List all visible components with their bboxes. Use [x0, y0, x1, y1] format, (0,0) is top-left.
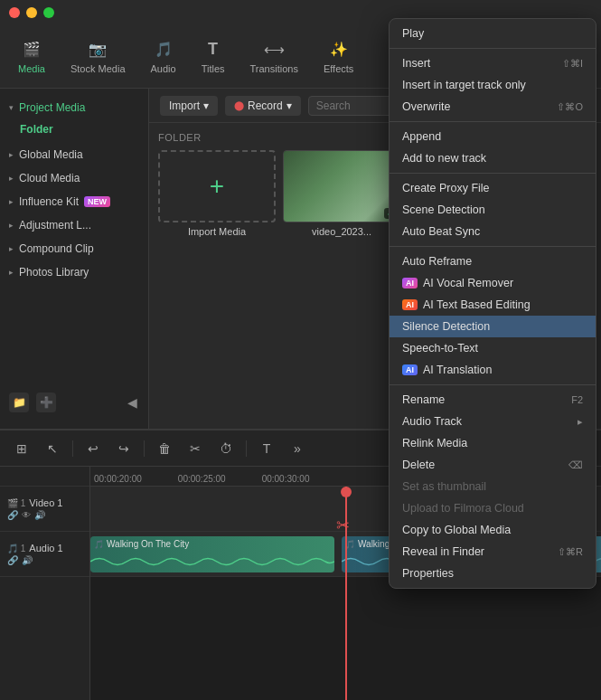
menu-item-copy-global[interactable]: Copy to Global Media	[390, 519, 596, 541]
menu-sep-3	[390, 173, 596, 174]
menu-item-silence-detection[interactable]: Silence Detection	[390, 316, 596, 337]
audio-mute-icon[interactable]: 🔊	[22, 555, 33, 565]
sidebar-icon-2[interactable]: ➕	[36, 393, 56, 412]
video-media-name: video_2023...	[283, 226, 400, 237]
menu-item-audio-track[interactable]: Audio Track ▸	[390, 411, 596, 432]
menu-item-play[interactable]: Play	[390, 23, 596, 44]
influence-kit-badge: NEW	[84, 196, 110, 207]
menu-item-ai-translation[interactable]: AI AI Translation	[390, 359, 596, 381]
maximize-button[interactable]	[43, 7, 54, 18]
reveal-finder-shortcut: ⇧⌘R	[558, 546, 583, 558]
delete-shortcut: ⌫	[568, 459, 583, 471]
plus-icon: +	[210, 172, 224, 201]
sidebar-item-compound-clip[interactable]: ▸ Compound Clip	[0, 237, 148, 260]
relink-media-label: Relink Media	[402, 437, 467, 449]
scissors-at-playhead: ✂	[336, 516, 350, 535]
toolbar-effects[interactable]: ✨ Effects	[313, 34, 364, 80]
menu-sep-4	[390, 246, 596, 247]
import-button[interactable]: Import ▾	[160, 96, 218, 116]
menu-item-speech-to-text[interactable]: Speech-to-Text	[390, 337, 596, 359]
toolbar-media-label: Media	[18, 63, 45, 74]
menu-item-rename[interactable]: Rename F2	[390, 389, 596, 411]
waveform-1	[90, 553, 334, 570]
menu-item-properties[interactable]: Properties	[390, 563, 596, 584]
ruler-mark-1: 00:00:20:00	[94, 474, 142, 486]
menu-item-vocal-remover[interactable]: AI AI Vocal Remover	[390, 272, 596, 294]
audio-track-arrow: ▸	[578, 416, 583, 428]
menu-sep-5	[390, 384, 596, 385]
sidebar-item-photos-library[interactable]: ▸ Photos Library	[0, 260, 148, 284]
menu-item-auto-reframe[interactable]: Auto Reframe	[390, 251, 596, 272]
silence-detection-label: Silence Detection	[402, 320, 490, 333]
timeline-scissors-btn[interactable]: ✂	[183, 436, 208, 461]
menu-item-overwrite[interactable]: Overwrite ⇧⌘O	[390, 96, 596, 118]
audio-clip-1-text: Walking On The City	[107, 539, 189, 549]
toolbar-titles[interactable]: T Titles	[191, 34, 236, 80]
media-item-video[interactable]: ✓ video_2023...	[283, 150, 400, 237]
overwrite-shortcut: ⇧⌘O	[557, 101, 583, 113]
timeline-redo-btn[interactable]: ↪	[111, 436, 136, 461]
menu-item-append[interactable]: Append	[390, 126, 596, 147]
eye-icon[interactable]: 👁	[22, 510, 31, 520]
audio-clip-1[interactable]: 🎵 Walking On The City	[90, 536, 334, 572]
sidebar-item-project-media[interactable]: ▾ Project Media	[0, 96, 148, 119]
menu-item-scene-detection[interactable]: Scene Detection	[390, 199, 596, 221]
sidebar-photos-library-label: Photos Library	[19, 266, 89, 279]
menu-item-upload-filmora: Upload to Filmora Cloud	[390, 497, 596, 519]
toolbar-audio[interactable]: 🎵 Audio	[140, 34, 187, 80]
minimize-button[interactable]	[26, 7, 37, 18]
menu-item-relink-media[interactable]: Relink Media	[390, 432, 596, 454]
lock-icon[interactable]: 🔗	[7, 510, 18, 520]
timeline-grid-btn[interactable]: ⊞	[9, 436, 34, 461]
toolbar-effects-label: Effects	[324, 63, 353, 74]
record-button[interactable]: ⬤ Record ▾	[225, 96, 301, 116]
sidebar-icon-1[interactable]: 📁	[9, 393, 29, 412]
video-thumb: ✓	[283, 150, 400, 222]
sidebar-item-influence-kit[interactable]: ▸ Influence Kit NEW	[0, 190, 148, 213]
menu-item-delete[interactable]: Delete ⌫	[390, 454, 596, 476]
add-folder-icon: 📁	[13, 396, 26, 409]
timeline-more-btn[interactable]: »	[285, 436, 310, 461]
sidebar-item-cloud-media[interactable]: ▸ Cloud Media	[0, 166, 148, 190]
influence-kit-arrow: ▸	[9, 197, 14, 206]
ruler-mark-2: 00:00:25:00	[178, 474, 226, 486]
toolbar-transitions[interactable]: ⟷ Transitions	[239, 34, 309, 80]
effects-icon: ✨	[329, 40, 349, 60]
copy-global-label: Copy to Global Media	[402, 524, 511, 536]
timeline-cursor-btn[interactable]: ↖	[40, 436, 65, 461]
audio-lock-icon[interactable]: 🔗	[7, 555, 18, 565]
mute-icon[interactable]: 🔊	[34, 510, 45, 520]
timeline-delete-btn[interactable]: 🗑	[152, 436, 177, 461]
close-button[interactable]	[9, 7, 20, 18]
video-track-name: Video 1	[29, 497, 62, 508]
insert-target-label: Insert in target track only	[402, 79, 526, 91]
timeline-text-btn[interactable]: T	[254, 436, 279, 461]
toolbar-media[interactable]: 🎬 Media	[7, 34, 56, 80]
sidebar-item-adjustment[interactable]: ▸ Adjustment L...	[0, 213, 148, 237]
menu-item-auto-beat-sync[interactable]: Auto Beat Sync	[390, 221, 596, 242]
sidebar-folder-label[interactable]: Folder	[0, 119, 148, 143]
transitions-icon: ⟷	[264, 40, 284, 60]
menu-sep-2	[390, 121, 596, 122]
menu-item-add-new-track[interactable]: Add to new track	[390, 147, 596, 169]
stock-media-icon: 📷	[88, 40, 108, 60]
menu-item-insert[interactable]: Insert ⇧⌘I	[390, 52, 596, 74]
timeline-speed-btn[interactable]: ⏱	[213, 436, 239, 461]
sidebar-cloud-media-label: Cloud Media	[19, 172, 80, 184]
sidebar-compound-clip-label: Compound Clip	[19, 242, 94, 255]
scene-detection-label: Scene Detection	[402, 203, 485, 216]
media-item-import[interactable]: + Import Media	[158, 150, 276, 237]
sidebar-item-global-media[interactable]: ▸ Global Media	[0, 143, 148, 166]
timeline-undo-btn[interactable]: ↩	[80, 436, 106, 461]
compound-clip-arrow: ▸	[9, 244, 14, 253]
sidebar-collapse-btn[interactable]: ◀	[122, 393, 142, 412]
menu-item-insert-target[interactable]: Insert in target track only	[390, 74, 596, 96]
audio-track-label: Audio Track	[402, 415, 462, 428]
audio-icon: 🎵	[154, 40, 174, 60]
menu-item-create-proxy[interactable]: Create Proxy File	[390, 177, 596, 199]
menu-item-reveal-finder[interactable]: Reveal in Finder ⇧⌘R	[390, 541, 596, 563]
sidebar: ▾ Project Media Folder ▸ Global Media ▸ …	[0, 89, 149, 429]
toolbar-stock-media[interactable]: 📷 Stock Media	[60, 34, 136, 80]
ruler-spacer	[0, 467, 89, 487]
menu-item-text-based[interactable]: AI AI Text Based Editing	[390, 294, 596, 316]
